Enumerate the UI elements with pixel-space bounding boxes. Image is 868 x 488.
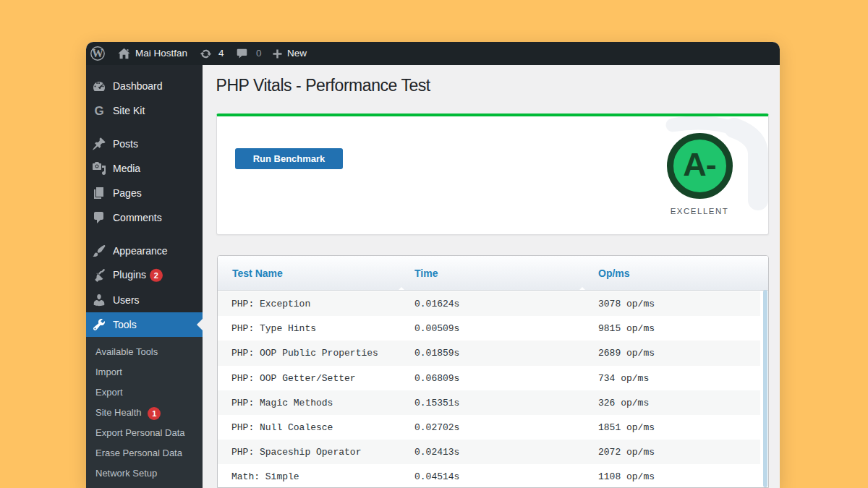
svg-text:G: G	[94, 104, 103, 118]
svg-text:W: W	[92, 47, 103, 59]
